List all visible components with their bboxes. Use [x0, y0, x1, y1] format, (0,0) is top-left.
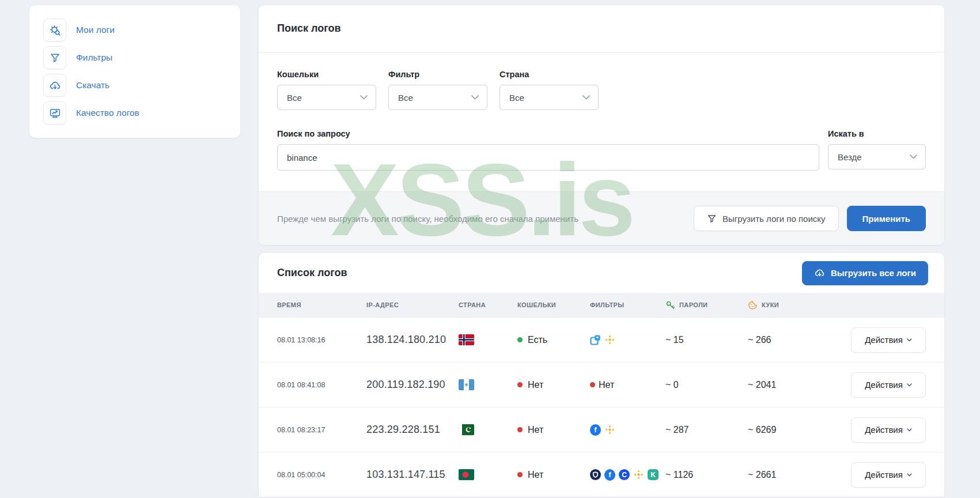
cookies-count: ~ 266 — [748, 335, 840, 345]
binance-icon — [604, 424, 615, 435]
sidebar-item-log-quality[interactable]: Качество логов — [43, 101, 226, 124]
logs-list-panel: Список логов Выгрузить все логи ВРЕМЯ IP… — [259, 253, 944, 497]
chevron-down-icon — [907, 383, 912, 387]
kucoin-icon: K — [648, 469, 659, 480]
chevron-down-icon — [360, 95, 368, 100]
search-query-input[interactable] — [277, 144, 819, 171]
cookie-icon — [748, 300, 758, 310]
logs-table-header: ВРЕМЯ IP-АДРЕС СТРАНА КОШЕЛЬКИ ФИЛЬТРЫ П… — [259, 293, 944, 317]
status-dot-green — [517, 337, 523, 342]
sidebar-item-label: Мои логи — [76, 25, 115, 35]
search-panel-footer: Прежде чем выгрузить логи по поиску, нео… — [259, 191, 944, 245]
col-cookies-label: КУКИ — [762, 301, 779, 308]
passwords-count: ~ 1126 — [665, 470, 748, 480]
query-label: Поиск по запросу — [277, 129, 819, 138]
cookies-count: ~ 2661 — [748, 470, 840, 480]
flag-bangladesh-icon — [459, 469, 517, 480]
row-actions-button[interactable]: Действия — [851, 372, 926, 398]
sidebar-item-label: Скачать — [76, 80, 109, 90]
search-in-value: Везде — [838, 152, 862, 162]
filters-icons: f — [590, 424, 665, 436]
wallets-filter-value: Все — [287, 93, 302, 103]
row-actions-button[interactable]: Действия — [851, 462, 926, 488]
actions-cell: Действия — [851, 462, 926, 488]
wallets-filter-label: Кошельки — [277, 70, 376, 79]
table-row: 08.01 13:08:16 138.124.180.210 Есть — [259, 317, 944, 362]
row-actions-label: Действия — [865, 470, 903, 480]
apply-notice-text: Прежде чем выгрузить логи по поиску, нео… — [277, 214, 578, 224]
row-actions-label: Действия — [865, 380, 903, 390]
col-passwords-label: ПАРОЛИ — [679, 301, 707, 308]
sidebar-item-download[interactable]: Скачать — [43, 74, 226, 97]
table-row: 08.01 05:00:04 103.131.147.115 Нет f C — [259, 452, 944, 497]
filter-filter-select[interactable]: Все — [388, 85, 487, 110]
filter-filter-value: Все — [398, 93, 413, 103]
chevron-down-icon — [582, 95, 590, 100]
apply-button[interactable]: Применить — [847, 206, 926, 231]
binance-icon — [604, 334, 615, 345]
col-passwords: ПАРОЛИ — [665, 300, 748, 310]
chevron-down-icon — [907, 473, 912, 477]
query-row: Поиск по запросу Искать в Везде — [277, 129, 926, 171]
col-ip: IP-АДРЕС — [366, 301, 459, 308]
row-actions-button[interactable]: Действия — [851, 327, 926, 353]
crypto-com-icon — [590, 469, 601, 480]
search-in-label: Искать в — [828, 129, 926, 138]
actions-cell: Действия — [851, 417, 926, 443]
funnel-icon — [43, 46, 66, 69]
filters-icons — [590, 334, 665, 345]
logs-search-icon — [43, 18, 66, 42]
status-dot-red — [517, 427, 523, 432]
search-panel: Поиск логов Кошельки Все Фильтр Все — [259, 5, 944, 245]
facebook-icon: f — [590, 424, 601, 436]
export-by-search-button[interactable]: Выгрузить логи по поиску — [694, 206, 839, 231]
funnel-icon — [707, 214, 717, 224]
country-filter-select[interactable]: Все — [500, 85, 599, 110]
query-field: Поиск по запросу — [277, 129, 819, 171]
flag-guatemala-icon — [459, 379, 517, 390]
key-icon — [665, 300, 675, 310]
wallets-status-label: Нет — [528, 380, 543, 390]
sidebar-item-my-logs[interactable]: Мои логи — [43, 18, 226, 42]
exchange-icon — [590, 334, 601, 345]
search-in-select[interactable]: Везде — [828, 144, 926, 169]
sidebar-item-label: Фильтры — [76, 52, 112, 63]
wallets-status: Нет — [517, 470, 590, 480]
search-panel-title: Поиск логов — [277, 22, 341, 35]
search-in-field: Искать в Везде — [828, 129, 926, 171]
logs-list-header: Список логов Выгрузить все логи — [259, 253, 944, 293]
status-dot-red — [517, 382, 523, 387]
export-all-logs-button[interactable]: Выгрузить все логи — [802, 261, 928, 285]
chevron-down-icon — [907, 428, 912, 432]
status-dot-red — [517, 472, 523, 477]
table-row: 08.01 08:23:17 223.29.228.151 Нет f — [259, 407, 944, 452]
row-actions-button[interactable]: Действия — [851, 417, 926, 443]
table-row: 08.01 08:41:08 200.119.182.190 Нет Нет ~… — [259, 362, 944, 407]
wallets-status-label: Нет — [528, 425, 543, 435]
cloud-download-icon — [814, 267, 825, 278]
log-time: 08.01 08:41:08 — [277, 381, 366, 389]
actions-cell: Действия — [851, 327, 926, 353]
binance-icon — [633, 469, 644, 480]
row-actions-label: Действия — [865, 425, 903, 435]
logs-list-title: Список логов — [277, 267, 347, 279]
actions-cell: Действия — [851, 372, 926, 398]
log-ip: 200.119.182.190 — [366, 379, 459, 391]
chevron-down-icon — [907, 338, 912, 342]
export-all-logs-label: Выгрузить все логи — [831, 268, 916, 278]
col-cookies: КУКИ — [748, 300, 840, 310]
status-dot-red — [590, 382, 595, 387]
wallets-status-label: Нет — [528, 470, 543, 480]
monitor-chart-icon — [43, 101, 66, 124]
log-time: 08.01 05:00:04 — [277, 471, 366, 479]
export-by-search-label: Выгрузить логи по поиску — [722, 214, 826, 224]
sidebar-item-filters[interactable]: Фильтры — [43, 46, 226, 69]
col-wallets: КОШЕЛЬКИ — [517, 301, 590, 308]
cloud-download-icon — [43, 74, 66, 97]
passwords-count: ~ 287 — [665, 425, 748, 435]
search-panel-body: Кошельки Все Фильтр Все Страна — [259, 52, 944, 191]
filter-filter-field: Фильтр Все — [388, 70, 487, 110]
chevron-down-icon — [910, 154, 917, 159]
wallets-filter-select[interactable]: Все — [277, 85, 376, 110]
wallets-status: Нет — [517, 425, 590, 435]
